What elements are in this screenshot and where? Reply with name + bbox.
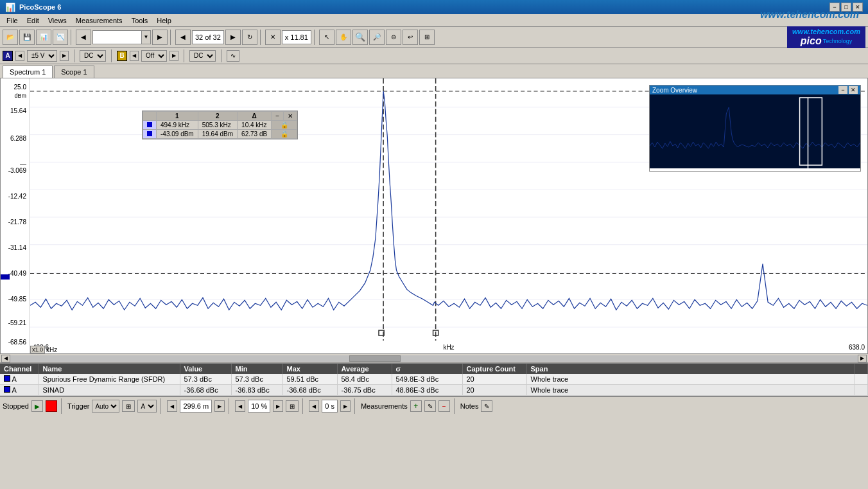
menu-edit[interactable]: Edit (23, 15, 43, 26)
app-icon: 📊 (5, 3, 15, 12)
zoom-close-btn[interactable]: ✕ (849, 86, 858, 94)
channel-b-coupling[interactable]: DC (189, 50, 216, 62)
pico-logo: www.tehencom.com pico Technology (787, 26, 865, 48)
tb-zoomin-icon[interactable]: 🔍 (352, 30, 368, 45)
row2-span: Whole trace (526, 385, 855, 396)
frequency-input-group: 1.953 MHz ▼ (92, 30, 151, 44)
zoom-minimize-btn[interactable]: − (838, 86, 847, 94)
row1-channel: A (0, 374, 39, 385)
scroll-left-btn[interactable]: ◀ (1, 355, 10, 362)
zoom-overview: Zoom Overview − ✕ (649, 85, 861, 172)
measurements-add-btn[interactable]: + (410, 400, 422, 412)
frequency-input[interactable]: 1.953 MHz (93, 31, 141, 44)
menu-measurements[interactable]: Measurements (72, 15, 126, 26)
x-multiplier-group: x1.0 kHz (30, 346, 57, 353)
menu-views[interactable]: Views (44, 15, 71, 26)
measurements-section: Channel Name Value Min Max Average σ Cap… (0, 363, 868, 396)
col-value: Value (180, 364, 231, 374)
table-row: A Spurious Free Dynamic Range (SFDR) 57.… (0, 374, 868, 385)
bottom-sep-1 (61, 398, 64, 414)
trigger-icon[interactable]: ⊞ (122, 400, 135, 412)
channel-b-setting[interactable]: Off (141, 50, 167, 62)
tb-prev2-icon[interactable]: ◀ (175, 30, 191, 45)
tab-spectrum1[interactable]: Spectrum 1 (3, 66, 53, 78)
row2-sigma: 48.86E-3 dBc (392, 385, 462, 396)
y-label-neg21: -21.78 (1, 218, 26, 226)
bottom-sep-6 (454, 398, 456, 414)
pico-tech: Technology (823, 38, 853, 44)
y-label-25: 25.0 (1, 84, 26, 91)
website-url: www.tehencom.com (679, 9, 859, 21)
ch-separator-2 (111, 49, 112, 62)
zoom-value-label: 10 % (248, 402, 270, 410)
h-scrollbar[interactable]: ◀ ▶ (0, 354, 868, 363)
trigger-label: Trigger (67, 402, 89, 410)
col-average: Average (337, 364, 392, 374)
channel-a-voltage[interactable]: ±5 V (27, 50, 57, 62)
measure-r1-c1: 494.9 kHz (157, 121, 198, 130)
tb-zoom3-icon[interactable]: ⊖ (386, 30, 401, 45)
x-unit-label: kHz (46, 346, 57, 353)
measure-col1-header: 1 (157, 112, 198, 121)
math-icon[interactable]: ∿ (227, 50, 239, 62)
ch-separator-1 (74, 49, 74, 62)
y-label-neg12: -12.42 (1, 193, 26, 200)
tb-cross-icon[interactable]: ✕ (265, 30, 281, 45)
play-btn[interactable]: ▶ (31, 400, 43, 412)
tb-zoomout-icon[interactable]: 🔎 (369, 30, 385, 45)
channel-a-coupling[interactable]: DC (80, 50, 106, 62)
measure-r1-c2: 505.3 kHz (198, 121, 237, 130)
notes-edit-btn[interactable]: ✎ (481, 400, 492, 412)
capture-prev-btn[interactable]: ◀ (167, 400, 177, 412)
delay-next-btn[interactable]: ▶ (340, 400, 351, 412)
tb-prev-icon[interactable]: ◀ (76, 30, 91, 45)
scrollbar-thumb[interactable] (349, 355, 401, 362)
measure-close-btn[interactable]: ✕ (283, 112, 297, 121)
zoom-extra-btn[interactable]: ⊞ (286, 400, 299, 412)
measurements-edit-btn[interactable]: ✎ (424, 400, 436, 412)
menu-file[interactable]: File (3, 15, 22, 26)
trigger-mode-select[interactable]: Auto (92, 400, 119, 413)
col-max: Max (282, 364, 337, 374)
x-multiplier: x1.0 (30, 346, 45, 353)
tb-next2-icon[interactable]: ▶ (225, 30, 241, 45)
stop-btn[interactable] (46, 400, 57, 412)
menu-tools[interactable]: Tools (128, 15, 152, 26)
tb-open-icon[interactable]: 📂 (3, 30, 18, 45)
channel-b-next[interactable]: ▶ (169, 51, 178, 61)
tb-move-icon[interactable]: ✋ (336, 30, 351, 45)
menu-help[interactable]: Help (153, 15, 175, 26)
row1-max: 59.51 dBc (282, 374, 337, 385)
notes-label: Notes (460, 402, 479, 410)
channel-b-label: B (117, 51, 127, 61)
tb-cursor-icon[interactable]: ↖ (319, 30, 334, 45)
channel-b-prev[interactable]: ◀ (130, 51, 139, 61)
y-reference-marker (1, 274, 10, 280)
zoom-prev-btn[interactable]: ◀ (235, 400, 245, 412)
measure-r2-c2: 19.64 dBm (198, 130, 237, 139)
frequency-dropdown-arrow[interactable]: ▼ (141, 31, 150, 44)
toolbar-separator-2 (170, 30, 173, 45)
measurements-del-btn[interactable]: − (438, 400, 450, 412)
channel-a-prev[interactable]: ◀ (15, 51, 24, 61)
trigger-channel-select[interactable]: A (137, 400, 157, 413)
channel-a-next[interactable]: ▶ (60, 51, 69, 61)
bottom-bar: Stopped ▶ Trigger Auto ⊞ A ◀ 299.6 m ▶ ◀… (0, 396, 868, 415)
tb-cycle-icon[interactable]: ↻ (242, 30, 257, 45)
scrollbar-track[interactable] (10, 355, 858, 362)
channel-a-label: A (3, 51, 13, 61)
zoom-next-btn[interactable]: ▶ (273, 400, 283, 412)
tb-extra-icon[interactable]: ⊞ (419, 30, 435, 45)
table-row: A SINAD -36.68 dBc -36.83 dBc -36.68 dBc… (0, 385, 868, 396)
measure-minus-btn[interactable]: − (272, 112, 284, 121)
tb-save-icon[interactable]: 💾 (19, 30, 35, 45)
svg-rect-16 (650, 94, 860, 168)
tb-bar-icon[interactable]: 📊 (36, 30, 51, 45)
tb-bar2-icon[interactable]: 📉 (53, 30, 68, 45)
tb-undo-icon[interactable]: ↩ (403, 30, 418, 45)
tab-scope1[interactable]: Scope 1 (54, 66, 94, 78)
delay-prev-btn[interactable]: ◀ (309, 400, 319, 412)
capture-next-btn[interactable]: ▶ (214, 400, 225, 412)
tb-next-icon[interactable]: ▶ (152, 30, 168, 45)
scroll-right-btn[interactable]: ▶ (858, 355, 867, 362)
